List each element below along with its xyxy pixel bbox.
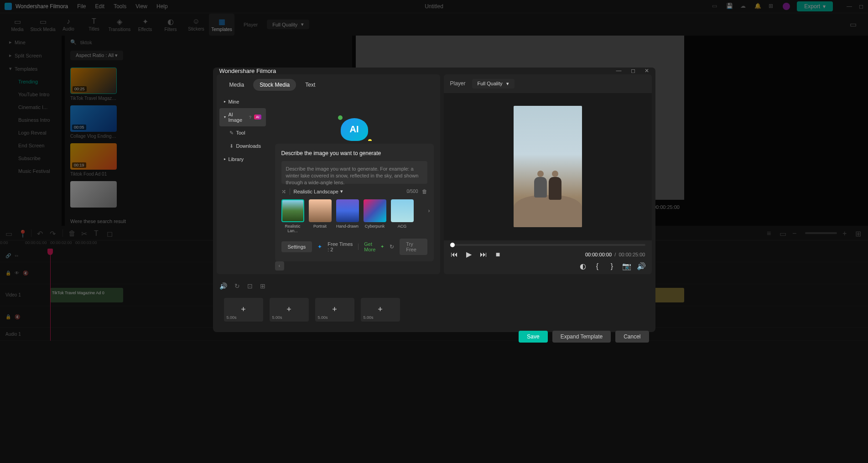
expand-template-button[interactable]: Expand Template	[552, 331, 611, 343]
mark-in-icon[interactable]: {	[593, 262, 602, 271]
modal-quality-dropdown[interactable]: Full Quality▾	[472, 79, 515, 88]
refresh-icon[interactable]: ↻	[390, 244, 394, 250]
get-more-label: Get More	[364, 241, 379, 252]
style-acg[interactable]: ACG	[391, 199, 414, 229]
ai-logo-icon: AI	[341, 118, 368, 141]
media-slot[interactable]: +5.00s	[224, 298, 263, 322]
slot-duration: 5.00s	[227, 315, 237, 320]
preview-frame	[514, 106, 582, 227]
plus-icon: +	[332, 305, 337, 314]
scrubber[interactable]	[450, 244, 645, 246]
free-times-label: Free Times : 2	[327, 241, 353, 252]
ai-sparkle-icon: ✦	[317, 244, 322, 250]
char-count: 0/500	[406, 189, 418, 194]
next-frame-icon[interactable]: ⏭	[479, 250, 488, 259]
modal-tab-text[interactable]: Text	[299, 79, 322, 91]
time-total: 00:00:25:00	[619, 252, 645, 257]
tree-tool[interactable]: ✎Tool	[219, 126, 266, 140]
cancel-button[interactable]: Cancel	[615, 331, 649, 343]
prev-frame-icon[interactable]: ⏮	[450, 250, 458, 259]
time-display: 00:00:00:00 / 00:00:25:00	[585, 252, 645, 257]
tree-mine-label: Mine	[229, 99, 239, 104]
crop-icon[interactable]: ⊡	[247, 282, 253, 290]
modal-title: Wondershare Filmora	[219, 68, 276, 74]
style-label: Portrait	[309, 224, 332, 229]
media-slot[interactable]: +5.00s	[361, 298, 400, 322]
media-slot[interactable]: +5.00s	[270, 298, 309, 322]
slot-duration: 5.00s	[272, 315, 282, 320]
tree-downloads[interactable]: ⬇Downloads	[219, 140, 266, 153]
modal-maximize-icon[interactable]: ◻	[631, 68, 635, 74]
play-icon[interactable]: ▶	[465, 250, 473, 259]
tool-icon: ✎	[229, 130, 234, 136]
volume-icon[interactable]: 🔊	[637, 262, 645, 271]
tree-ai-image-label: AI Image	[229, 112, 246, 123]
chevron-right-icon: ▸	[224, 157, 226, 161]
modal-quality-value: Full Quality	[478, 81, 503, 86]
style-dropdown[interactable]: Realistic Landscape▾	[294, 188, 343, 194]
media-slot[interactable]: +5.00s	[315, 298, 354, 322]
modal-tab-stock-media[interactable]: Stock Media	[253, 79, 296, 91]
save-button[interactable]: Save	[519, 331, 547, 343]
style-realistic-landscape[interactable]: Realistic Lan...	[281, 199, 304, 233]
playback-speed-icon[interactable]: ◐	[579, 262, 587, 271]
modal-close-icon[interactable]: ✕	[645, 68, 649, 74]
preview-video	[444, 93, 652, 240]
ai-image-modal: Wondershare Filmora — ◻ ✕ Media Stock Me…	[213, 68, 655, 332]
modal-tab-media[interactable]: Media	[223, 79, 251, 91]
style-label: Hand-drawn	[336, 224, 359, 229]
scrubber-handle[interactable]	[450, 243, 455, 247]
slot-duration: 5.00s	[318, 315, 328, 320]
try-free-button[interactable]: Try Free	[400, 239, 427, 255]
next-styles-icon[interactable]: ›	[428, 208, 430, 214]
ai-badge: AI	[254, 114, 261, 120]
modal-player-label: Player	[450, 80, 466, 87]
plus-icon: +	[378, 305, 383, 314]
chevron-down-icon: ▾	[224, 115, 226, 119]
fit-icon[interactable]: ⊞	[260, 282, 265, 290]
chevron-down-icon: ▾	[506, 81, 509, 87]
snapshot-icon[interactable]: 📷	[623, 262, 631, 271]
get-more-link[interactable]: Get More✦	[364, 241, 384, 252]
chevron-down-icon: ▾	[340, 188, 343, 194]
tree-library[interactable]: ▸Library	[219, 153, 266, 166]
time-current: 00:00:00:00	[585, 252, 612, 257]
style-value: Realistic Landscape	[294, 189, 338, 194]
style-hand-drawn[interactable]: Hand-drawn	[336, 199, 359, 229]
audio-icon[interactable]: 🔊	[219, 282, 227, 290]
mark-out-icon[interactable]: }	[608, 262, 616, 271]
tree-tool-label: Tool	[236, 130, 245, 135]
style-label: Realistic Lan...	[281, 224, 304, 233]
plus-icon: +	[286, 305, 291, 314]
download-icon: ⬇	[229, 143, 234, 149]
help-icon[interactable]: ?	[249, 115, 251, 120]
chevron-right-icon: ▸	[224, 99, 226, 104]
style-cyberpunk[interactable]: Cyberpunk	[364, 199, 386, 229]
tree-mine[interactable]: ▸Mine	[219, 95, 266, 108]
prompt-input[interactable]: Describe the image you want to generate.…	[281, 161, 427, 184]
shuffle-icon[interactable]: ⤭	[281, 188, 286, 195]
style-portrait[interactable]: Portrait	[309, 199, 332, 229]
tree-downloads-label: Downloads	[236, 143, 261, 149]
tree-library-label: Library	[229, 156, 244, 162]
settings-button[interactable]: Settings	[281, 241, 312, 252]
collapse-panel-icon[interactable]: ‹	[275, 261, 284, 271]
modal-minimize-icon[interactable]: —	[616, 68, 622, 74]
tree-ai-image[interactable]: ▾AI Image?AI	[219, 108, 266, 126]
rotate-icon[interactable]: ↻	[234, 282, 240, 290]
slot-duration: 5.00s	[364, 315, 374, 320]
style-label: ACG	[391, 224, 414, 229]
stop-icon[interactable]: ■	[494, 250, 502, 259]
trash-icon[interactable]: 🗑	[422, 188, 427, 195]
describe-label: Describe the image you want to generate	[281, 150, 427, 156]
sparkle-icon: ✦	[380, 244, 384, 249]
style-label: Cyberpunk	[364, 224, 386, 229]
plus-icon: +	[241, 305, 246, 314]
